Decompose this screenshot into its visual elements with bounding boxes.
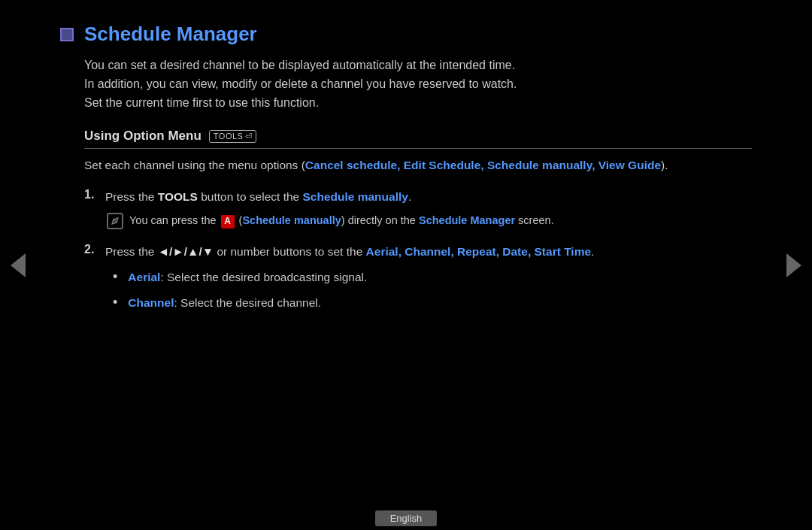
tools-badge: TOOLS ⏎ — [209, 130, 257, 143]
step-2-number: 2. — [84, 243, 105, 319]
bullet-channel: • Channel: Select the desired channel. — [113, 294, 752, 311]
bullet-dot-2: • — [113, 294, 117, 311]
title-icon — [60, 28, 74, 41]
note-suffix: screen. — [515, 214, 554, 226]
step-1-link: Schedule manually — [302, 190, 408, 203]
tools-badge-text: TOOLS — [214, 132, 244, 141]
step-1-text-mid: button to select the — [198, 190, 303, 203]
intro-line-2: In addition, you can view, modify or del… — [84, 77, 517, 90]
note-link1: Schedule manually — [242, 214, 341, 226]
tools-icon: ⏎ — [245, 132, 252, 141]
section-heading-row: Using Option Menu TOOLS ⏎ — [84, 129, 752, 149]
pencil-icon — [107, 213, 123, 229]
step-2-links: Aerial, Channel, Repeat, Date, Start Tim… — [366, 245, 591, 258]
bottom-bar: English — [0, 506, 812, 530]
nav-arrow-right[interactable] — [786, 253, 801, 277]
note-text: You can press the A (Schedule manually) … — [129, 212, 554, 229]
note-prefix: You can press the — [129, 214, 220, 226]
step-1: 1. Press the TOOLS button to select the … — [84, 188, 752, 232]
channel-label: Channel — [128, 296, 174, 309]
bullet-aerial: • Aerial: Select the desired broadcastin… — [113, 268, 752, 286]
note-paren-close: ) directly on the — [341, 214, 419, 226]
a-button: A — [221, 215, 235, 229]
option-desc-suffix: ). — [661, 159, 668, 171]
nav-arrow-left[interactable] — [11, 253, 26, 277]
option-links: Cancel schedule, Edit Schedule, Schedule… — [305, 159, 661, 171]
tools-bold: TOOLS — [158, 190, 198, 203]
bullet-aerial-text: Aerial: Select the desired broadcasting … — [128, 268, 367, 286]
step-2: 2. Press the ◄/►/▲/▼ or number buttons t… — [84, 243, 752, 319]
section-heading: Using Option Menu — [84, 129, 201, 144]
bullet-channel-text: Channel: Select the desired channel. — [128, 294, 321, 311]
step-1-text-prefix: Press the — [105, 190, 158, 203]
page-container: Schedule Manager You can set a desired c… — [0, 0, 812, 530]
intro-text: You can set a desired channel to be disp… — [84, 56, 752, 112]
step-2-mid: or number buttons to set the — [214, 245, 365, 258]
arrows-text: ◄/►/▲/▼ — [158, 245, 214, 258]
step-2-prefix: Press the — [105, 245, 158, 258]
svg-point-1 — [114, 220, 117, 223]
note-link2: Schedule Manager — [419, 214, 515, 226]
bullet-list: • Aerial: Select the desired broadcastin… — [113, 268, 752, 311]
bullet-dot-1: • — [113, 268, 117, 286]
intro-line-1: You can set a desired channel to be disp… — [84, 59, 515, 71]
title-row: Schedule Manager — [60, 23, 752, 46]
aerial-label: Aerial — [128, 271, 160, 283]
step-2-content: Press the ◄/►/▲/▼ or number buttons to s… — [105, 243, 752, 319]
option-desc-prefix: Set each channel using the menu options … — [84, 159, 305, 171]
step-2-suffix: . — [591, 245, 594, 258]
intro-line-3: Set the current time first to use this f… — [84, 96, 319, 109]
svg-rect-0 — [108, 214, 123, 229]
step-1-text-end: . — [408, 190, 411, 203]
page-title: Schedule Manager — [84, 23, 257, 46]
note-block: You can press the A (Schedule manually) … — [107, 212, 752, 229]
language-label: English — [375, 510, 438, 526]
option-desc: Set each channel using the menu options … — [84, 156, 752, 174]
step-1-number: 1. — [84, 188, 105, 232]
step-1-content: Press the TOOLS button to select the Sch… — [105, 188, 752, 232]
